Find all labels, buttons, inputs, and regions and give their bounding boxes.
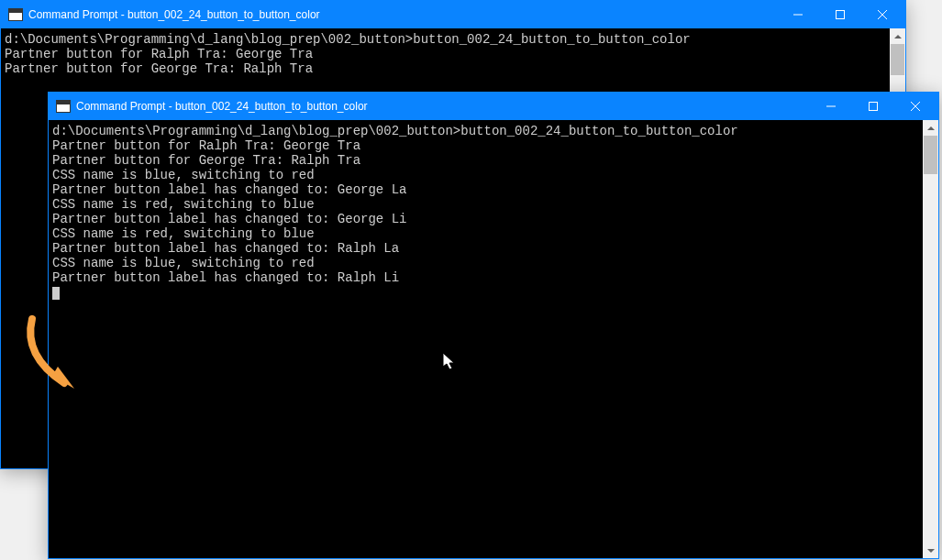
svg-rect-5 [870,103,878,111]
close-button[interactable] [861,1,903,28]
terminal-line: Partner button label has changed to: Geo… [52,182,406,197]
scroll-thumb[interactable] [924,136,937,174]
scrollbar[interactable] [923,120,938,558]
scroll-up-button[interactable] [890,28,905,44]
minimize-button[interactable] [777,1,819,28]
terminal-line: Partner button for George Tra: Ralph Tra [52,153,360,168]
scroll-down-button[interactable] [923,543,938,558]
window-title: Command Prompt - button_002_24_button_to… [76,100,810,113]
titlebar[interactable]: Command Prompt - button_002_24_button_to… [1,1,905,28]
terminal-line: Partner button for Ralph Tra: George Tra [5,47,313,61]
terminal-line: d:\Documents\Programming\d_lang\blog_pre… [52,124,738,138]
terminal-line: CSS name is blue, switching to red [52,256,315,270]
titlebar-controls [777,1,903,28]
maximize-button[interactable] [852,93,894,120]
terminal-content: d:\Documents\Programming\d_lang\blog_pre… [5,32,889,76]
titlebar[interactable]: Command Prompt - button_002_24_button_to… [49,93,938,120]
terminal-line: Partner button label has changed to: Geo… [52,212,406,226]
terminal-line: d:\Documents\Programming\d_lang\blog_pre… [5,32,691,47]
titlebar-controls [810,93,936,120]
cmd-icon [8,8,23,21]
terminal-line: Partner button for Ralph Tra: George Tra [52,138,360,153]
svg-rect-1 [837,11,845,19]
terminal-cursor [52,287,60,300]
terminal-body[interactable]: d:\Documents\Programming\d_lang\blog_pre… [49,120,938,558]
minimize-button[interactable] [810,93,852,120]
terminal-line: CSS name is red, switching to blue [52,226,315,241]
terminal-line: Partner button for George Tra: Ralph Tra [5,61,313,76]
close-button[interactable] [894,93,936,120]
maximize-button[interactable] [819,1,861,28]
window-title: Command Prompt - button_002_24_button_to… [28,8,777,21]
terminal-line: Partner button label has changed to: Ral… [52,270,399,285]
terminal-line: CSS name is red, switching to blue [52,197,315,212]
scroll-thumb[interactable] [891,44,904,75]
terminal-line: Partner button label has changed to: Ral… [52,241,399,256]
scroll-up-button[interactable] [923,120,938,136]
cmd-window-front: Command Prompt - button_002_24_button_to… [48,92,939,559]
cmd-icon [56,100,71,113]
terminal-line: CSS name is blue, switching to red [52,168,315,182]
terminal-content: d:\Documents\Programming\d_lang\blog_pre… [52,124,922,300]
